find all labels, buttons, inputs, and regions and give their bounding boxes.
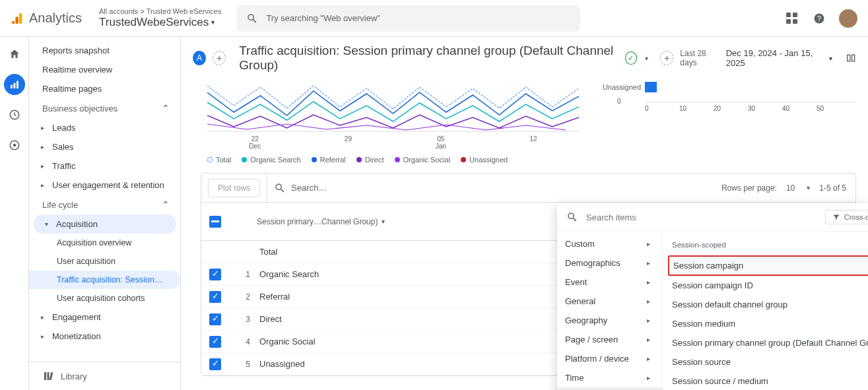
dimension-category-item[interactable]: Custom▸: [557, 234, 662, 253]
svg-point-10: [13, 144, 16, 147]
row-checkbox[interactable]: [209, 269, 221, 280]
dimension-category-item[interactable]: Demographics▸: [557, 253, 662, 273]
global-search[interactable]: Try searching "Web overview": [237, 5, 580, 32]
row-checkbox[interactable]: [209, 291, 221, 303]
sidebar-user-acquisition[interactable]: User acquisition: [29, 252, 180, 271]
dimension-option[interactable]: Session medium: [663, 314, 868, 333]
search-icon: [246, 13, 258, 24]
svg-rect-14: [847, 55, 850, 61]
dimension-option[interactable]: Session campaign: [668, 255, 868, 276]
filter-icon: [832, 213, 840, 221]
caret-right-icon: ▸: [41, 143, 44, 150]
row-checkbox[interactable]: [209, 336, 221, 348]
svg-point-2: [12, 20, 15, 24]
sidebar-engagement[interactable]: ▸Engagement: [29, 308, 180, 327]
nav-rail: [0, 37, 29, 390]
rows-per-page-select[interactable]: 10▾: [786, 183, 810, 193]
dimension-category-item[interactable]: Page / screen▸: [557, 330, 662, 349]
search-icon: [566, 211, 578, 223]
compare-badge[interactable]: A: [193, 51, 206, 65]
report-header: A + Traffic acquisition: Session primary…: [181, 37, 868, 79]
cross-channel-filters-button[interactable]: Cross-channel filters: [825, 210, 868, 224]
sidebar-acquisition[interactable]: ▾Acquisition: [33, 214, 176, 234]
search-icon: [274, 182, 286, 194]
status-dropdown-icon[interactable]: ▾: [645, 55, 648, 62]
dimension-category-item[interactable]: Platform / device▸: [557, 349, 662, 368]
rows-per-page-label: Rows per page:: [721, 183, 777, 193]
sidebar-realtime-pages[interactable]: Realtime pages: [29, 79, 180, 98]
chevron-up-icon: ⌃: [162, 103, 170, 114]
sidebar-leads[interactable]: ▸Leads: [29, 118, 180, 137]
row-checkbox[interactable]: [209, 313, 221, 325]
table-search[interactable]: Search…: [274, 182, 721, 194]
dropdown-caret-icon: ▾: [829, 55, 832, 62]
search-placeholder: Try searching "Web overview": [266, 13, 380, 23]
reports-icon[interactable]: [4, 74, 25, 95]
sidebar-sales[interactable]: ▸Sales: [29, 137, 180, 156]
legend-direct[interactable]: Direct: [356, 156, 384, 164]
dimension-category-item[interactable]: Geography▸: [557, 311, 662, 330]
legend-total[interactable]: Total: [207, 156, 231, 164]
svg-rect-6: [13, 83, 15, 88]
dropdown-caret-icon: ▾: [211, 18, 215, 26]
table-pager: Rows per page: 10▾ 1-5 of 5: [721, 183, 855, 193]
dimension-selector[interactable]: Session primary…Channel Group) ▾: [257, 217, 385, 226]
legend-organic-social[interactable]: Organic Social: [395, 156, 451, 164]
chart-area: 22Dec 29 05Jan 12 Unassigned 0 0 10 20 3…: [207, 79, 856, 152]
dimension-category-item[interactable]: Traffic source▸: [557, 387, 662, 390]
svg-rect-15: [851, 55, 854, 61]
bar-value: [645, 82, 657, 92]
caret-right-icon: ▸: [647, 336, 650, 343]
dimension-option[interactable]: Session campaign ID: [663, 276, 868, 295]
dimension-option[interactable]: Session source / medium: [663, 372, 868, 390]
advertising-icon[interactable]: [4, 135, 25, 156]
plot-rows-button[interactable]: Plot rows: [208, 179, 260, 197]
chevron-up-icon: ⌃: [162, 199, 170, 210]
bar-chart-xticks: 0 10 20 30 40 50: [645, 102, 856, 112]
sidebar-monetization[interactable]: ▸Monetization: [29, 327, 180, 346]
row-index: 4: [230, 337, 250, 346]
date-range-selector[interactable]: Last 28 days Dec 19, 2024 - Jan 15, 2025…: [680, 48, 832, 68]
sidebar-reports-snapshot[interactable]: Reports snapshot: [29, 41, 180, 60]
home-icon[interactable]: [4, 44, 25, 65]
svg-rect-7: [17, 81, 18, 88]
dimension-picker-popover: Cross-channel filters Custom▸Demographic…: [557, 203, 868, 390]
legend-referral[interactable]: Referral: [312, 156, 346, 164]
status-check-icon[interactable]: ✓: [625, 51, 637, 65]
property-selector[interactable]: All accounts > Trusted Web eServices Tru…: [99, 7, 221, 30]
dimension-subitems: Session-scoped⌃ Session campaignSession …: [663, 232, 868, 390]
date-range-label: Last 28 days: [680, 49, 720, 67]
customize-add-button[interactable]: +: [660, 51, 673, 65]
sidebar-life-cycle[interactable]: Life cycle⌃: [29, 195, 180, 214]
sidebar-user-acquisition-cohorts[interactable]: User acquisition cohorts: [29, 289, 180, 308]
session-scoped-header[interactable]: Session-scoped⌃: [663, 234, 868, 255]
dimension-option[interactable]: Session source: [663, 352, 868, 372]
row-index: 2: [230, 292, 250, 302]
dimension-category-item[interactable]: Event▸: [557, 273, 662, 292]
sidebar-realtime-overview[interactable]: Realtime overview: [29, 60, 180, 79]
legend-organic-search[interactable]: Organic Search: [242, 156, 300, 164]
help-icon[interactable]: ?: [811, 11, 827, 26]
dimension-search-input[interactable]: [586, 212, 817, 222]
compare-icon[interactable]: [846, 52, 856, 64]
dimension-option[interactable]: Session primary channel group (Default C…: [663, 333, 868, 352]
sidebar-traffic-acquisition[interactable]: Traffic acquisition: Session…: [29, 271, 180, 289]
dimension-category-item[interactable]: Time▸: [557, 368, 662, 387]
legend-unassigned[interactable]: Unassigned: [461, 156, 508, 164]
dimension-option[interactable]: Session default channel group: [663, 295, 868, 314]
sidebar-business-objectives[interactable]: Business objectives⌃: [29, 98, 180, 118]
dimension-category-item[interactable]: General▸: [557, 292, 662, 311]
page-range: 1-5 of 5: [819, 183, 846, 193]
account-avatar[interactable]: [839, 9, 857, 28]
select-all-checkbox[interactable]: [209, 216, 221, 228]
add-comparison-button[interactable]: +: [213, 51, 226, 65]
sidebar-library[interactable]: Library: [29, 362, 180, 390]
explore-icon[interactable]: [4, 104, 25, 125]
sidebar-traffic[interactable]: ▸Traffic: [29, 156, 180, 176]
sidebar-acquisition-overview[interactable]: Acquisition overview: [29, 234, 180, 252]
row-index: 3: [230, 315, 250, 324]
account-breadcrumb: All accounts > Trusted Web eServices: [99, 7, 221, 16]
row-checkbox[interactable]: [209, 358, 221, 370]
sidebar-uer[interactable]: ▸User engagement & retention: [29, 176, 180, 195]
apps-icon[interactable]: [784, 11, 799, 26]
